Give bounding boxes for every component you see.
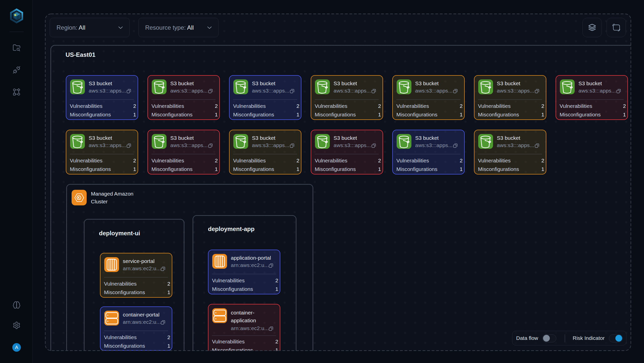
svg-text:K: K [78,196,80,200]
